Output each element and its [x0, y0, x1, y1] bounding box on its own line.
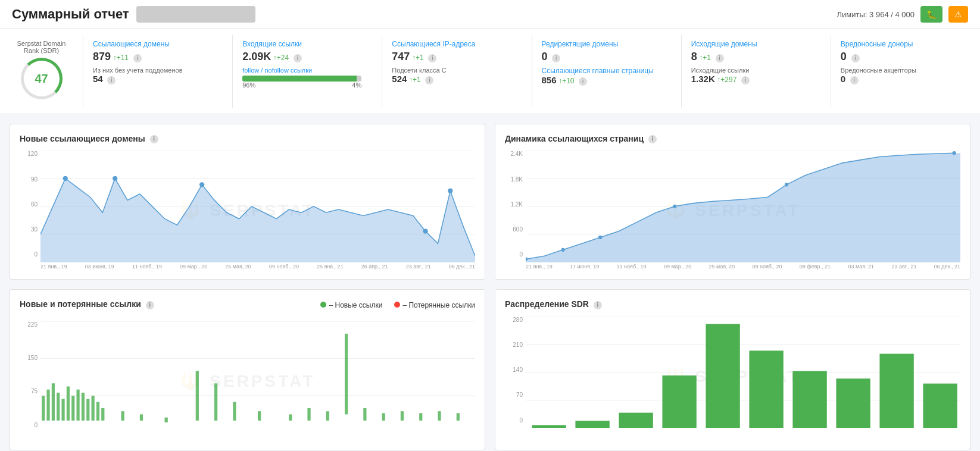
svg-rect-33: [71, 396, 74, 421]
svg-rect-39: [101, 408, 104, 421]
svg-rect-80: [836, 378, 870, 428]
inbound-links-value: 2.09K ↑+24 i: [242, 51, 372, 63]
info-icon-refdom[interactable]: i: [133, 54, 142, 62]
metrics-bar: Serpstat Domain Rank (SDR) 47 Ссылающиес…: [0, 29, 980, 114]
svg-rect-32: [67, 386, 70, 420]
malicious-donors-value: 0 i: [841, 51, 970, 63]
y-axis-dynamics: 2.4K 1.8K 1.2K 600 0: [505, 151, 523, 270]
info-icon-outdom[interactable]: i: [716, 54, 724, 62]
redirect-domains-cell: Редиректящие домены 0 i Ссылающиеся глав…: [532, 35, 682, 108]
svg-point-6: [63, 176, 68, 181]
follow-bar-wrap: follow / nofollow ссылки 96% 4%: [242, 67, 372, 89]
malicious-acceptors-value: 0 i: [841, 74, 970, 84]
svg-rect-82: [923, 383, 957, 428]
y-axis-newlost: 225 150 75 0: [20, 321, 38, 440]
bug-button[interactable]: 🐛: [920, 6, 942, 23]
svg-rect-78: [749, 350, 783, 428]
info-icon-maldon[interactable]: i: [851, 54, 860, 62]
legend-new-dot: [320, 302, 326, 308]
svg-point-21: [785, 183, 788, 187]
info-icon-inbound[interactable]: i: [294, 54, 302, 62]
info-icon-malacc[interactable]: i: [850, 76, 859, 84]
sdr-circle: 47: [21, 58, 63, 99]
svg-rect-56: [457, 413, 460, 421]
info-icon-dynamics-chart[interactable]: i: [648, 135, 657, 143]
svg-rect-50: [345, 333, 348, 414]
new-domains-chart-container: 🔱 SERPSTAT 120 90 60 30 0: [20, 151, 475, 270]
x-axis-newdom: 21 янв., 19 03 июня, 19 11 нояб., 19 09 …: [40, 264, 475, 270]
referring-domains-sub: Из них без учета поддоменов: [93, 67, 223, 74]
info-icon-subdom[interactable]: i: [107, 76, 116, 84]
legend-lost-dot: [394, 302, 400, 308]
new-lost-chart-container: 🔱 SERPSTAT 225 150 75 0: [20, 321, 475, 440]
svg-rect-35: [82, 393, 85, 421]
svg-rect-52: [382, 413, 385, 421]
svg-rect-37: [92, 396, 95, 421]
domain-badge[interactable]: [136, 6, 255, 23]
svg-rect-40: [121, 411, 124, 421]
limits-text: Лимиты: 3 964 / 4 000: [837, 10, 915, 19]
new-lost-svg: [40, 321, 475, 433]
inbound-links-cell: Входящие ссылки 2.09K ↑+24 i follow / no…: [233, 35, 382, 108]
svg-rect-42: [165, 417, 168, 422]
info-icon-redirect[interactable]: i: [552, 54, 560, 62]
new-domains-chart-card: Новые ссылающиеся домены i 🔱 SERPSTAT 12…: [10, 124, 485, 280]
dynamics-chart-container: 🔱 SERPSTAT 2.4K 1.8K 1.2K 600 0: [505, 151, 960, 270]
svg-rect-27: [42, 396, 45, 421]
y-axis-newdom: 120 90 60 30 0: [20, 151, 38, 270]
info-icon-newdom-chart[interactable]: i: [150, 135, 158, 143]
warning-button[interactable]: ⚠: [948, 6, 968, 23]
new-lost-chart-card: Новые и потерянные ссылки i – Новые ссыл…: [10, 289, 485, 450]
follow-pct: 96% 4%: [242, 82, 361, 89]
svg-point-20: [673, 205, 676, 208]
new-domains-svg: [40, 151, 475, 262]
svg-rect-75: [619, 412, 653, 428]
follow-bar-label: follow / nofollow ссылки: [242, 67, 372, 74]
svg-point-7: [113, 176, 117, 181]
svg-rect-49: [326, 411, 329, 421]
svg-point-22: [952, 151, 956, 155]
page-title-area: Суммарный отчет: [12, 6, 255, 23]
info-icon-newlost-chart[interactable]: i: [146, 301, 154, 309]
new-lost-legend: – Новые ссылки – Потерянные ссылки: [320, 301, 475, 309]
svg-rect-81: [879, 353, 913, 428]
page-title: Суммарный отчет: [12, 7, 129, 22]
outbound-domains-value: 8 ↑+1 i: [691, 51, 821, 63]
referring-ips-label: Ссылающиеся IP-адреса: [392, 40, 522, 48]
svg-rect-34: [76, 389, 79, 420]
redirect-domains-label: Редиректящие домены: [542, 40, 672, 48]
malicious-acceptors-sub: Вредоносные акцепторы: [841, 67, 970, 74]
svg-rect-53: [401, 411, 404, 421]
charts-area: Новые ссылающиеся домены i 🔱 SERPSTAT 12…: [0, 114, 980, 451]
info-icon-ips[interactable]: i: [428, 54, 436, 62]
info-icon-sdrdist-chart[interactable]: i: [594, 301, 602, 309]
svg-rect-79: [792, 371, 826, 428]
main-pages-sub-value: 856 ↑+10 i: [542, 75, 672, 86]
header: Суммарный отчет Лимиты: 3 964 / 4 000 🐛 …: [0, 0, 980, 29]
referring-domains-sub-value: 54 i: [93, 74, 223, 84]
svg-rect-28: [46, 389, 49, 420]
sdr-dist-svg: [526, 317, 960, 428]
svg-rect-29: [52, 383, 55, 421]
svg-point-18: [561, 248, 564, 252]
sdr-label: Serpstat Domain Rank (SDR): [10, 40, 73, 54]
sdr-dist-chart-container: 🔱 SERPSTAT 280 210 140 70 0: [505, 317, 960, 436]
malicious-donors-label: Вредоносные доноры: [841, 40, 970, 48]
svg-rect-51: [363, 408, 366, 421]
svg-point-9: [448, 189, 452, 193]
info-icon-outlinks[interactable]: i: [741, 76, 750, 84]
follow-gray: [357, 76, 361, 82]
svg-rect-30: [57, 393, 60, 421]
svg-rect-55: [438, 411, 441, 421]
outbound-links-sub-value: 1.32K ↑+297 i: [691, 74, 821, 84]
x-axis-dynamics: 21 янв., 19 17 июня, 19 11 нояб., 19 09 …: [526, 264, 960, 270]
info-icon-subnets[interactable]: i: [425, 76, 433, 84]
follow-bar: [242, 76, 361, 82]
sdr-value: 47: [35, 72, 48, 86]
malicious-donors-cell: Вредоносные доноры 0 i Вредоносные акцеп…: [831, 35, 980, 108]
dynamics-svg: [526, 151, 960, 262]
referring-ips-value: 747 ↑+1 i: [392, 51, 522, 63]
info-icon-mainpages[interactable]: i: [579, 77, 587, 86]
redirect-domains-value: 0 i: [542, 51, 672, 63]
svg-point-10: [423, 229, 427, 234]
